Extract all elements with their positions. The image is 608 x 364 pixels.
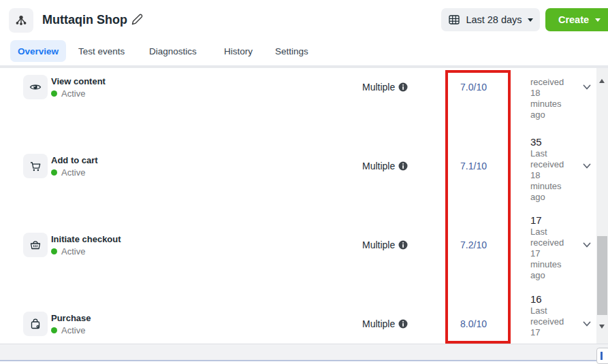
date-range-button[interactable]: Last 28 days — [441, 8, 540, 31]
connection-label: Multiple — [362, 161, 395, 171]
eye-icon — [29, 81, 42, 93]
event-name: Initiate checkout — [51, 234, 121, 244]
edit-pencil-icon[interactable] — [130, 13, 144, 27]
event-row-initiate-checkout[interactable]: Initiate checkout Active Multiple 7.2/10… — [0, 205, 596, 284]
chevron-down-icon[interactable] — [581, 82, 592, 92]
last-received-cell: received 18 minutes ago — [530, 77, 579, 120]
calendar-icon — [448, 14, 460, 26]
chevron-down-icon[interactable] — [581, 161, 592, 171]
event-status-label: Active — [61, 167, 85, 178]
event-status-label: Active — [61, 88, 85, 99]
event-row-purchase[interactable]: Purchase Active Multiple 8.0/10 16 Last … — [0, 284, 596, 344]
footer-bar — [0, 344, 608, 360]
detail-line: Last — [530, 305, 579, 316]
scroll-down-arrow-icon[interactable] — [599, 325, 605, 329]
scrollbar-thumb[interactable] — [597, 236, 607, 315]
chevron-down-icon[interactable] — [581, 319, 592, 329]
connection-label: Multiple — [362, 239, 395, 250]
events-manager-screen: Muttaqin Shop Last 28 days Create Overvi… — [0, 0, 608, 364]
detail-line: received — [530, 159, 579, 170]
detail-line: 17 — [530, 248, 579, 259]
info-icon[interactable] — [398, 319, 408, 329]
help-widget-button[interactable] — [596, 348, 608, 364]
info-icon[interactable] — [398, 240, 408, 250]
event-status: Active — [51, 88, 85, 99]
detail-line: ago — [530, 270, 579, 281]
detail-line: 18 — [530, 88, 579, 99]
pixel-source-tile — [9, 8, 33, 33]
event-icon-tile — [23, 233, 48, 257]
date-range-label: Last 28 days — [466, 14, 522, 25]
basket-icon — [29, 239, 42, 251]
event-name: View content — [51, 76, 106, 86]
caret-down-icon — [528, 18, 533, 22]
event-status-label: Active — [61, 246, 85, 257]
last-received-cell: 35 Last received 18 minutes ago — [530, 136, 579, 203]
detail-line: minutes — [530, 181, 579, 192]
detail-line: minutes — [530, 99, 579, 110]
detail-line: Last — [530, 148, 579, 159]
tab-history[interactable]: History — [224, 40, 253, 62]
tab-diagnostics[interactable]: Diagnostics — [149, 40, 197, 62]
connection-cell: Multiple — [362, 318, 408, 330]
detail-line: 18 — [530, 170, 579, 181]
active-dot-icon — [51, 90, 57, 97]
tab-settings[interactable]: Settings — [275, 40, 308, 62]
event-status: Active — [51, 246, 85, 257]
event-row-add-to-cart[interactable]: Add to cart Active Multiple 7.1/10 35 La… — [0, 127, 596, 205]
last-received-cell: 16 Last received 17 — [530, 293, 579, 338]
tab-test-events[interactable]: Test events — [78, 40, 125, 62]
match-quality-score[interactable]: 7.1/10 — [441, 161, 506, 171]
info-icon[interactable] — [398, 161, 408, 171]
active-dot-icon — [51, 169, 57, 176]
event-count: 17 — [530, 214, 579, 227]
event-status: Active — [51, 167, 85, 178]
connection-cell: Multiple — [362, 239, 408, 251]
match-quality-score[interactable]: 7.2/10 — [441, 239, 506, 250]
connection-cell: Multiple — [362, 81, 408, 93]
event-count: 35 — [530, 136, 579, 148]
page-title: Muttaqin Shop — [42, 13, 127, 27]
data-source-icon — [14, 14, 28, 27]
detail-line: ago — [530, 192, 579, 203]
match-quality-score[interactable]: 8.0/10 — [441, 318, 506, 329]
chevron-down-icon[interactable] — [581, 240, 592, 250]
scroll-up-arrow-icon[interactable] — [599, 79, 605, 83]
create-button[interactable]: Create — [545, 8, 608, 31]
caret-down-icon — [595, 18, 601, 22]
match-quality-score[interactable]: 7.0/10 — [441, 82, 506, 93]
detail-line: 17 — [530, 327, 579, 338]
info-icon[interactable] — [398, 82, 408, 92]
connection-label: Multiple — [362, 82, 395, 93]
bottom-divider — [0, 360, 608, 361]
bag-icon — [29, 318, 42, 330]
event-count: 16 — [530, 293, 579, 305]
help-widget-mark — [601, 352, 603, 360]
event-icon-tile — [23, 312, 48, 336]
detail-line: ago — [530, 110, 579, 120]
active-dot-icon — [51, 248, 57, 254]
event-icon-tile — [23, 75, 48, 99]
detail-line: received — [530, 77, 579, 88]
create-label: Create — [558, 14, 589, 25]
last-received-cell: 17 Last received 17 minutes ago — [530, 214, 579, 281]
cart-icon — [29, 160, 42, 172]
detail-line: received — [530, 316, 579, 327]
event-status: Active — [51, 325, 85, 335]
event-row-view-content[interactable]: View content Active Multiple 7.0/10 rece… — [0, 68, 596, 127]
active-dot-icon — [51, 327, 57, 333]
connection-cell: Multiple — [362, 160, 408, 172]
detail-line: Last — [530, 227, 579, 237]
vertical-scrollbar[interactable] — [596, 68, 608, 344]
events-table-viewport: View content Active Multiple 7.0/10 rece… — [0, 68, 596, 344]
tab-overview[interactable]: Overview — [10, 40, 66, 62]
connection-label: Multiple — [362, 318, 395, 329]
event-status-label: Active — [61, 325, 85, 335]
detail-line: minutes — [530, 259, 579, 270]
detail-line: received — [530, 237, 579, 248]
event-icon-tile — [23, 154, 48, 178]
event-name: Purchase — [51, 313, 91, 323]
event-name: Add to cart — [51, 155, 98, 165]
